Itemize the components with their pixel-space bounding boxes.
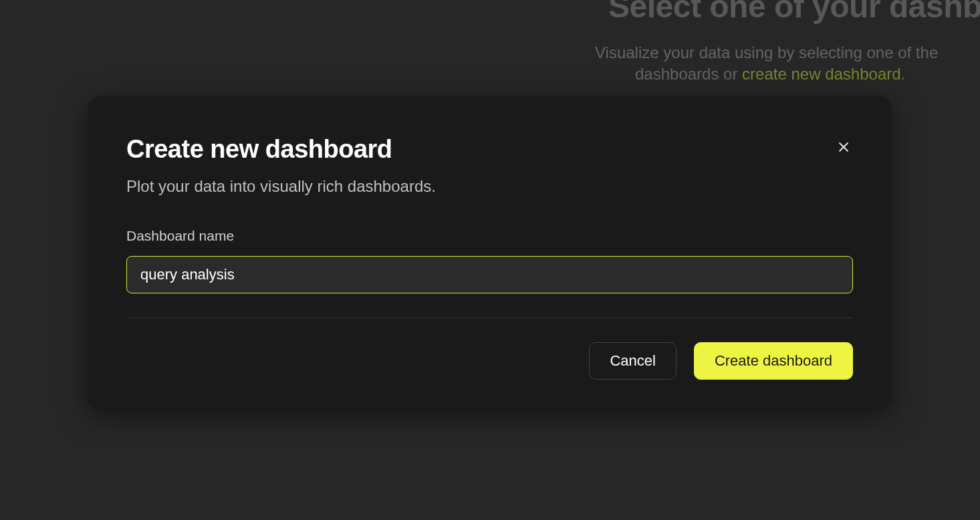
close-icon	[837, 140, 850, 154]
modal-title: Create new dashboard	[126, 135, 392, 164]
create-dashboard-button[interactable]: Create dashboard	[694, 342, 853, 380]
create-dashboard-modal: Create new dashboard Plot your data into…	[88, 96, 892, 409]
cancel-button[interactable]: Cancel	[589, 342, 676, 380]
dashboard-name-label: Dashboard name	[126, 228, 853, 244]
divider	[126, 317, 853, 318]
modal-header: Create new dashboard	[126, 135, 853, 164]
dashboard-name-input[interactable]	[126, 256, 853, 293]
button-row: Cancel Create dashboard	[126, 342, 853, 380]
modal-subtitle: Plot your data into visually rich dashbo…	[126, 177, 853, 196]
close-button[interactable]	[834, 138, 853, 156]
